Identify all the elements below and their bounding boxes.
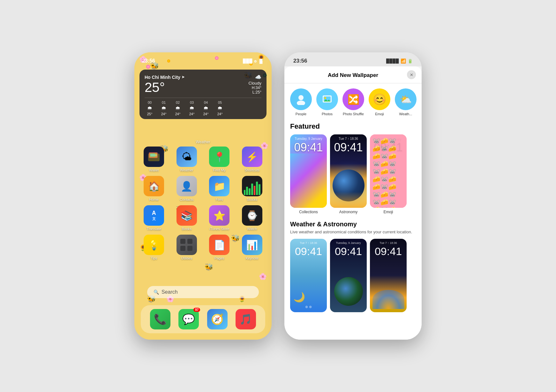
app-books[interactable]: 📚 Books (172, 205, 201, 231)
wallpaper-type-photos[interactable]: Photos (316, 88, 338, 116)
panel-header: Add New Wallpaper ✕ (284, 66, 422, 83)
featured-preview-astronomy: Tue 7 ↑ 18:36 09:41 (330, 134, 367, 208)
search-bar[interactable]: 🔍 Search (147, 286, 259, 298)
featured-item-collections[interactable]: Tuesday, 9 January 09:41 Collections (290, 134, 327, 214)
featured-preview-collections: Tuesday, 9 January 09:41 (290, 134, 327, 208)
weather-widget[interactable]: Ho Chi Minh City ➤ ☁️ 25° Cloudy H:34° L… (139, 70, 267, 119)
emoji-type-icon: 😊 (369, 88, 390, 110)
wallpaper-type-shuffle[interactable]: 🔀 Photo Shuffle (342, 88, 364, 116)
featured-item-emoji[interactable]: Sunday, 9 January 09:41 🐭🧀🐭🧀🐭🧀 🧀🐭🧀🐭🧀🐭 🐭🧀… (370, 134, 407, 214)
dock-messages[interactable]: 💬 97 (178, 309, 199, 329)
app-watch[interactable]: ⌚ Watch (238, 205, 267, 231)
dock-music[interactable]: 🎵 (236, 309, 256, 329)
app-findmy[interactable]: 📍 Find My (205, 147, 234, 172)
app-watch-icon: ⌚ (242, 205, 262, 226)
emoji-pattern: 🐭🧀🐭🧀🐭🧀 🧀🐭🧀🐭🧀🐭 🐭🧀🐭🧀🐭🧀 🧀🐭🧀🐭🧀🐭 🐭🧀🐭🧀🐭🧀 🧀🐭🧀🐭🧀… (370, 134, 407, 208)
app-contacts-icon: 👤 (177, 176, 197, 196)
right-status-icons: ▉▉▉▉ 📶 🔋 (386, 58, 413, 64)
dock: 📞 💬 97 🧭 🎵 (141, 305, 265, 333)
featured-preview-emoji: Sunday, 9 January 09:41 🐭🧀🐭🧀🐭🧀 🧀🐭🧀🐭🧀🐭 🐭🧀… (370, 134, 407, 208)
app-pages[interactable]: 📄 Pages (205, 235, 234, 260)
app-stocks-label: Stocks (247, 198, 257, 201)
svg-rect-4 (151, 154, 157, 156)
app-translate-label: Translate (147, 227, 161, 231)
app-home-label: Home (149, 198, 159, 201)
search-text: Search (162, 289, 178, 295)
app-contacts-label: Contacts (180, 198, 193, 201)
app-home[interactable]: 🏠 Home (139, 176, 169, 201)
app-contacts[interactable]: 👤 Contacts (172, 176, 201, 201)
app-wallet-icon (144, 147, 164, 167)
svg-point-6 (297, 101, 305, 105)
status-bar: 23:56 ▉▉▉ ⌾ ▐▌ (134, 52, 272, 66)
left-phone: 🐝 🐝 🐝 🐝 🐝 🐝 🐝 🐝 🌸 🌻 🌸 🌸 🌻 🌸 🌸 🌻 23:56 ▉▉… (134, 52, 272, 340)
app-tips[interactable]: 💡 Tips (139, 235, 169, 260)
signal-icon: ▉▉▉ (243, 59, 252, 64)
panel-title: Add New Wallpaper (328, 72, 378, 79)
weather-preview-space[interactable]: Tue 7 ↑ 18:36 09:41 (370, 239, 407, 312)
app-utilities[interactable]: Utilities (172, 235, 201, 260)
app-findmy-icon: 📍 (209, 147, 229, 167)
app-keynote-label: Keynote (246, 256, 259, 260)
dock-phone[interactable]: 📞 (150, 309, 170, 329)
weather-city: Ho Chi Minh City ➤ ☁️ (145, 74, 261, 80)
app-shortcuts[interactable]: ⚡ Shortcuts (238, 147, 267, 172)
app-files-icon: 📁 (209, 176, 229, 196)
app-files-label: Files (216, 198, 223, 201)
app-weather[interactable]: 🌤 Weather (172, 147, 201, 172)
app-wallet[interactable]: Wallet (139, 147, 169, 172)
shuffle-type-label: Photo Shuffle (343, 112, 364, 116)
featured-grid: Tuesday, 9 January 09:41 Collections Tue… (284, 134, 422, 219)
app-utilities-label: Utilities (181, 256, 192, 260)
panel-close-button[interactable]: ✕ (407, 70, 416, 79)
weather-temperature: 25° (145, 81, 165, 94)
messages-badge: 97 (193, 308, 200, 312)
app-shortcuts-icon: ⚡ (242, 147, 262, 167)
app-keynote[interactable]: 📊 Keynote (238, 235, 267, 260)
app-itunes[interactable]: ⭐ iTunes Store (205, 205, 234, 231)
wallpaper-types-row: People Photos 🔀 Photo Shuffle 😊 Emoji ⛅ … (284, 83, 422, 121)
featured-item-astronomy[interactable]: Tue 7 ↑ 18:36 09:41 Astronomy (330, 134, 367, 214)
weather-description: Cloudy H:34° L:25° (249, 81, 261, 94)
right-phone: 23:56 ▉▉▉▉ 📶 🔋 Add New Wallpaper ✕ Peopl… (284, 52, 422, 340)
wallpaper-panel: Add New Wallpaper ✕ People Photos 🔀 (284, 66, 422, 340)
weather-hour-3: 03 🌧 24° (187, 101, 197, 116)
status-time: 23:56 (142, 58, 155, 64)
weather-hour-2: 02 🌧 24° (173, 101, 183, 116)
weather-previews: Tue 7 ↑ 18:36 09:41 🌙 ⊕ ⊕ Tuesday, 9 Jan… (284, 239, 422, 312)
close-icon: ✕ (410, 72, 413, 77)
featured-label-collections: Collections (299, 210, 318, 214)
app-pages-label: Pages (214, 256, 224, 260)
app-tips-label: Tips (151, 256, 157, 260)
app-stocks[interactable]: Stocks (238, 176, 267, 201)
flower-decoration: 🌸 (259, 273, 267, 280)
weather-hour-1: 01 🌧 24° (159, 101, 169, 116)
battery-icon: ▐▌ (258, 59, 264, 64)
weather-preview-blue[interactable]: Tue 7 ↑ 18:36 09:41 🌙 ⊕ ⊕ (290, 239, 327, 312)
wifi-icon: ⌾ (254, 59, 257, 64)
status-icons: ▉▉▉ ⌾ ▐▌ (243, 59, 264, 64)
app-translate[interactable]: A 文 Translate (139, 205, 169, 231)
dock-safari[interactable]: 🧭 (207, 309, 228, 329)
app-weather-label: Weather (180, 168, 193, 172)
people-type-icon (290, 88, 312, 110)
wallpaper-type-weather[interactable]: ⛅ Weath... (395, 88, 417, 116)
weather-hourly: 00 🌧 25° 01 🌧 24° 02 🌧 24° 03 🌧 24° 04 (145, 98, 261, 116)
wallpaper-type-people[interactable]: People (290, 88, 312, 116)
wallpaper-type-emoji[interactable]: 😊 Emoji (369, 88, 390, 116)
widget-label: Weather (134, 140, 272, 144)
app-keynote-icon: 📊 (242, 235, 262, 255)
app-watch-label: Watch (247, 227, 257, 231)
app-findmy-label: Find My (213, 168, 226, 172)
app-wallet-label: Wallet (149, 168, 159, 172)
weather-hour-5: 05 🌧 24° (215, 101, 225, 116)
app-weather-icon: 🌤 (177, 147, 197, 167)
app-files[interactable]: 📁 Files (205, 176, 234, 201)
app-tips-icon: 💡 (144, 235, 164, 255)
right-wifi-icon: 📶 (401, 58, 406, 64)
weather-astronomy-title: Weather & Astronomy (284, 219, 422, 229)
app-books-icon: 📚 (177, 205, 197, 226)
weather-preview-earth[interactable]: Tuesday, 9 January 09:41 (330, 239, 367, 312)
app-stocks-icon (242, 176, 262, 196)
app-books-label: Books (182, 227, 192, 231)
